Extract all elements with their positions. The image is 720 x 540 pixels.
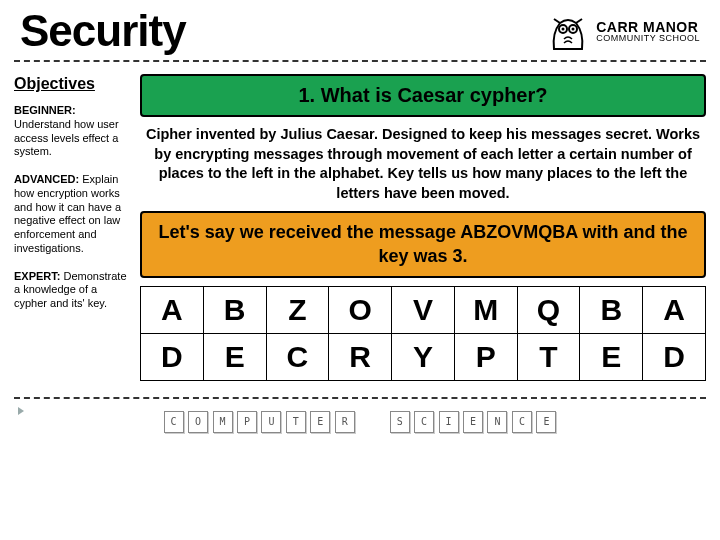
expert-label: EXPERT: xyxy=(14,270,60,282)
cell: A xyxy=(141,287,204,334)
tile: T xyxy=(286,411,306,433)
owl-icon xyxy=(546,9,590,53)
cell: Y xyxy=(392,334,455,381)
main: 1. What is Caesar cypher? Cipher invente… xyxy=(140,70,706,381)
tile: C xyxy=(414,411,434,433)
svg-point-2 xyxy=(562,28,565,31)
cipher-row-decrypted: D E C R Y P T E D xyxy=(141,334,706,381)
tile: E xyxy=(463,411,483,433)
tile: R xyxy=(335,411,355,433)
description-text: Cipher invented by Julius Caesar. Design… xyxy=(140,125,706,203)
content: Objectives BEGINNER: Understand how user… xyxy=(0,66,720,385)
school-name: CARR MANOR COMMUNITY SCHOOL xyxy=(596,20,700,43)
cell: O xyxy=(329,287,392,334)
school-name-bot: COMMUNITY SCHOOL xyxy=(596,34,700,43)
objective-advanced: ADVANCED: Explain how encryption works a… xyxy=(14,173,132,256)
objectives-title: Objectives xyxy=(14,74,132,94)
cell: E xyxy=(580,334,643,381)
cipher-row-encrypted: A B Z O V M Q B A xyxy=(141,287,706,334)
cell: P xyxy=(454,334,517,381)
tile: U xyxy=(261,411,281,433)
tile: N xyxy=(487,411,507,433)
advanced-text: Explain how encryption works and how it … xyxy=(14,173,121,254)
question-banner: 1. What is Caesar cypher? xyxy=(140,74,706,117)
cell: D xyxy=(141,334,204,381)
footer-area: C O M P U T E R S C I E N C E xyxy=(0,397,720,433)
school-logo: CARR MANOR COMMUNITY SCHOOL xyxy=(546,9,700,53)
tile: E xyxy=(536,411,556,433)
svg-point-3 xyxy=(572,28,575,31)
tile: C xyxy=(512,411,532,433)
beginner-text: Understand how user access levels effect… xyxy=(14,118,119,158)
school-name-top: CARR MANOR xyxy=(596,20,700,34)
tile: P xyxy=(237,411,257,433)
tile: M xyxy=(213,411,233,433)
page-title: Security xyxy=(20,6,186,56)
arrow-icon xyxy=(18,407,24,415)
divider-top xyxy=(14,60,706,62)
header: Security CARR MANOR COMMUNITY SCHOOL xyxy=(0,0,720,56)
tile: E xyxy=(310,411,330,433)
beginner-label: BEGINNER: xyxy=(14,104,76,116)
cell: E xyxy=(203,334,266,381)
example-banner: Let's say we received the message ABZOVM… xyxy=(140,211,706,278)
cell: D xyxy=(643,334,706,381)
cell: Z xyxy=(266,287,329,334)
cell: C xyxy=(266,334,329,381)
tile: S xyxy=(390,411,410,433)
cell: A xyxy=(643,287,706,334)
footer-tiles: C O M P U T E R S C I E N C E xyxy=(14,411,706,433)
advanced-label: ADVANCED: xyxy=(14,173,79,185)
cipher-table: A B Z O V M Q B A D E C R Y P T E D xyxy=(140,286,706,381)
cell: Q xyxy=(517,287,580,334)
objective-expert: EXPERT: Demonstrate a knowledge of a cyp… xyxy=(14,270,132,311)
cell: V xyxy=(392,287,455,334)
sidebar: Objectives BEGINNER: Understand how user… xyxy=(14,70,132,381)
tile: I xyxy=(439,411,459,433)
cell: T xyxy=(517,334,580,381)
objective-beginner: BEGINNER: Understand how user access lev… xyxy=(14,104,132,159)
cell: M xyxy=(454,287,517,334)
tile: O xyxy=(188,411,208,433)
cell: R xyxy=(329,334,392,381)
cell: B xyxy=(203,287,266,334)
divider-bottom xyxy=(14,397,706,399)
tile: C xyxy=(164,411,184,433)
cell: B xyxy=(580,287,643,334)
